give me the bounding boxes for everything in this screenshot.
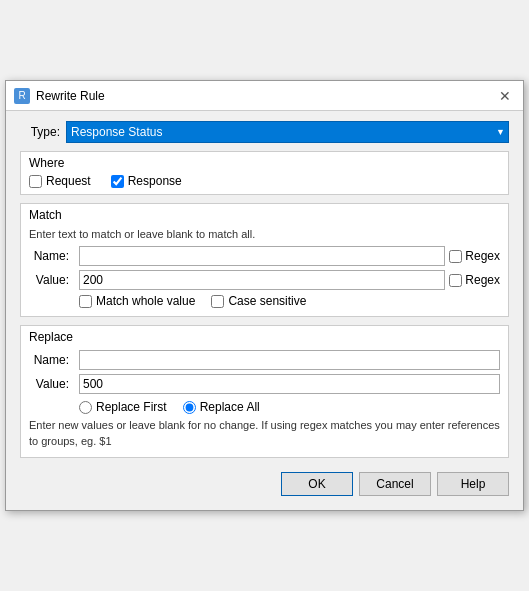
match-header: Match <box>21 204 508 224</box>
match-value-regex-checkbox[interactable] <box>449 274 462 287</box>
request-label: Request <box>46 174 91 188</box>
replace-value-row: Value: <box>29 374 500 394</box>
replace-all-label[interactable]: Replace All <box>183 400 260 414</box>
ok-button[interactable]: OK <box>281 472 353 496</box>
help-button[interactable]: Help <box>437 472 509 496</box>
replace-value-input[interactable] <box>79 374 500 394</box>
response-label: Response <box>128 174 182 188</box>
match-value-label: Value: <box>29 273 75 287</box>
response-checkbox[interactable] <box>111 175 124 188</box>
replace-content: Name: Value: Replace First Re <box>21 346 508 457</box>
titlebar: R Rewrite Rule ✕ <box>6 81 523 111</box>
match-name-regex-checkbox[interactable] <box>449 250 462 263</box>
replace-name-label: Name: <box>29 353 75 367</box>
button-row: OK Cancel Help <box>20 466 509 496</box>
where-row: Request Response <box>21 172 508 194</box>
type-select[interactable]: Response StatusRequest HeaderResponse He… <box>66 121 509 143</box>
where-header: Where <box>21 152 508 172</box>
dialog-content: Type: Response StatusRequest HeaderRespo… <box>6 111 523 510</box>
match-content: Enter text to match or leave blank to ma… <box>21 224 508 316</box>
replace-value-label: Value: <box>29 377 75 391</box>
request-checkbox[interactable] <box>29 175 42 188</box>
case-sensitive-checkbox[interactable] <box>211 295 224 308</box>
match-section: Match Enter text to match or leave blank… <box>20 203 509 317</box>
replace-section: Replace Name: Value: Replace First <box>20 325 509 458</box>
match-options-row: Match whole value Case sensitive <box>29 294 500 308</box>
close-button[interactable]: ✕ <box>495 86 515 106</box>
window-title: Rewrite Rule <box>36 89 105 103</box>
match-name-regex-label[interactable]: Regex <box>449 249 500 263</box>
cancel-button[interactable]: Cancel <box>359 472 431 496</box>
where-section: Where Request Response <box>20 151 509 195</box>
window-icon: R <box>14 88 30 104</box>
type-row: Type: Response StatusRequest HeaderRespo… <box>20 121 509 143</box>
match-value-regex-text: Regex <box>465 273 500 287</box>
type-select-wrapper: Response StatusRequest HeaderResponse He… <box>66 121 509 143</box>
case-sensitive-text: Case sensitive <box>228 294 306 308</box>
type-label: Type: <box>20 125 66 139</box>
case-sensitive-label[interactable]: Case sensitive <box>211 294 306 308</box>
replace-name-row: Name: <box>29 350 500 370</box>
replace-first-label[interactable]: Replace First <box>79 400 167 414</box>
match-whole-value-text: Match whole value <box>96 294 195 308</box>
match-name-label: Name: <box>29 249 75 263</box>
match-whole-value-label[interactable]: Match whole value <box>79 294 195 308</box>
replace-header: Replace <box>21 326 508 346</box>
response-checkbox-label[interactable]: Response <box>111 174 182 188</box>
dialog-window: R Rewrite Rule ✕ Type: Response StatusRe… <box>5 80 524 511</box>
match-name-row: Name: Regex <box>29 246 500 266</box>
match-name-regex-text: Regex <box>465 249 500 263</box>
match-value-input[interactable] <box>79 270 445 290</box>
match-value-row: Value: Regex <box>29 270 500 290</box>
request-checkbox-label[interactable]: Request <box>29 174 91 188</box>
titlebar-left: R Rewrite Rule <box>14 88 105 104</box>
replace-note: Enter new values or leave blank for no c… <box>29 414 500 449</box>
match-name-input[interactable] <box>79 246 445 266</box>
replace-radio-row: Replace First Replace All <box>29 400 500 414</box>
replace-all-text: Replace All <box>200 400 260 414</box>
replace-first-radio[interactable] <box>79 401 92 414</box>
window-icon-text: R <box>18 90 25 101</box>
match-whole-value-checkbox[interactable] <box>79 295 92 308</box>
replace-name-input[interactable] <box>79 350 500 370</box>
match-hint: Enter text to match or leave blank to ma… <box>29 228 500 240</box>
replace-first-text: Replace First <box>96 400 167 414</box>
replace-all-radio[interactable] <box>183 401 196 414</box>
match-value-regex-label[interactable]: Regex <box>449 273 500 287</box>
